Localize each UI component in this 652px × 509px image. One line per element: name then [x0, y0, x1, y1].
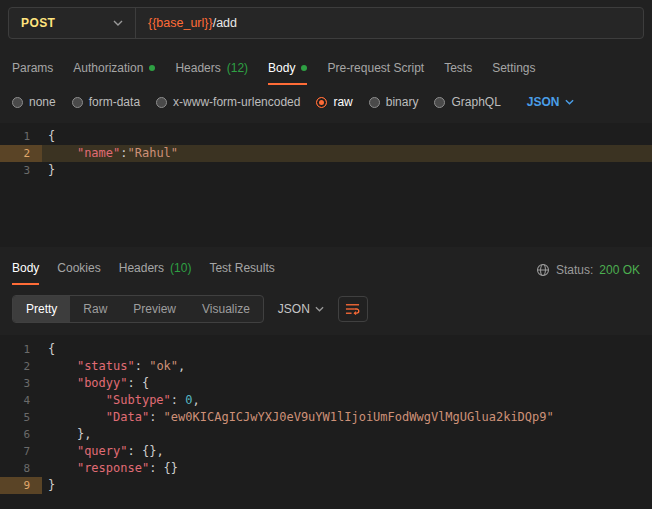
wrap-lines-button[interactable]	[338, 296, 368, 322]
raw-language-dropdown[interactable]: JSON	[527, 95, 574, 109]
code-text: },	[42, 426, 91, 443]
code-line: 2 "status": "ok",	[0, 358, 652, 375]
token: }	[48, 478, 55, 492]
token: "Data"	[106, 410, 149, 424]
code-line: 8 "response": {}	[0, 460, 652, 477]
body-mode-x-www-form-urlencoded[interactable]: x-www-form-urlencoded	[156, 95, 300, 109]
code-text: }	[42, 162, 55, 179]
response-tab-test-results[interactable]: Test Results	[209, 261, 274, 285]
body-mode-row: noneform-datax-www-form-urlencodedrawbin…	[0, 85, 652, 123]
token	[48, 359, 77, 373]
token	[48, 410, 106, 424]
tab-label: Test Results	[209, 261, 274, 275]
code-line: 1{	[0, 128, 652, 145]
code-line: 5 "Data": "ew0KICAgICJwYXJ0eV9uYW1lIjoiU…	[0, 409, 652, 426]
request-tabs: ParamsAuthorizationHeaders(12)BodyPre-re…	[0, 46, 652, 85]
response-language-dropdown[interactable]: JSON	[278, 302, 324, 316]
body-mode-form-data[interactable]: form-data	[72, 95, 140, 109]
token	[48, 427, 77, 441]
token: "Subtype"	[106, 393, 171, 407]
response-view-row: PrettyRawPreviewVisualize JSON	[0, 285, 652, 335]
response-tab-cookies[interactable]: Cookies	[57, 261, 100, 285]
response-tabs: BodyCookiesHeaders(10)Test Results	[12, 261, 275, 285]
tab-label: Params	[12, 61, 53, 75]
token: }	[48, 163, 55, 177]
token: : {	[127, 376, 149, 390]
code-text: "bodyy": {	[42, 375, 149, 392]
response-header: BodyCookiesHeaders(10)Test Results Statu…	[0, 247, 652, 285]
url-text: {{base_url}}/add	[148, 16, 237, 30]
view-tab-preview[interactable]: Preview	[120, 296, 189, 322]
response-status: Status: 200 OK	[536, 261, 640, 277]
status-badge[interactable]: 200 OK	[599, 263, 640, 277]
token: "bodyy"	[77, 376, 128, 390]
code-text: "Subtype": 0,	[42, 392, 200, 409]
request-body-editor[interactable]: 1{2 "name":"Rahul"3}	[0, 123, 652, 247]
token	[48, 146, 77, 160]
body-mode-raw[interactable]: raw	[316, 95, 352, 109]
line-number: 3	[0, 162, 42, 179]
radio-binary	[369, 97, 380, 108]
response-view-tabs: PrettyRawPreviewVisualize	[12, 295, 264, 323]
tab-settings[interactable]: Settings	[492, 61, 535, 85]
code-line: 3}	[0, 162, 652, 179]
token: :	[171, 393, 185, 407]
response-tab-headers[interactable]: Headers(10)	[119, 261, 192, 285]
method-dropdown[interactable]: POST	[9, 8, 136, 38]
body-mode-graphql[interactable]: GraphQL	[434, 95, 500, 109]
token: :	[127, 444, 141, 458]
code-line: 3 "bodyy": {	[0, 375, 652, 392]
token: ,	[193, 393, 200, 407]
response-body-editor[interactable]: 1{2 "status": "ok",3 "bodyy": {4 "Subtyp…	[0, 335, 652, 509]
code-text: "status": "ok",	[42, 358, 185, 375]
tab-count: (10)	[170, 261, 191, 275]
code-text: "query": {},	[42, 443, 164, 460]
view-tab-pretty[interactable]: Pretty	[13, 296, 70, 322]
chevron-down-icon	[315, 306, 324, 312]
line-number: 1	[0, 128, 42, 145]
tab-body[interactable]: Body	[268, 61, 307, 85]
token: "ew0KICAgICJwYXJ0eV9uYW1lIjoiUmFodWwgVlM…	[164, 410, 554, 424]
body-mode-none[interactable]: none	[12, 95, 56, 109]
radio-form-data	[72, 97, 83, 108]
tab-tests[interactable]: Tests	[444, 61, 472, 85]
body-mode-binary[interactable]: binary	[369, 95, 419, 109]
tab-authorization[interactable]: Authorization	[73, 61, 155, 85]
line-number: 6	[0, 426, 42, 443]
request-url-bar: POST {{base_url}}/add	[0, 0, 652, 46]
tab-params[interactable]: Params	[12, 61, 53, 85]
tab-headers[interactable]: Headers(12)	[175, 61, 248, 85]
postman-request-view: POST {{base_url}}/add ParamsAuthorizatio…	[0, 0, 652, 509]
radio-raw	[316, 97, 327, 108]
mode-label: binary	[386, 95, 419, 109]
body-modes: noneform-datax-www-form-urlencodedrawbin…	[12, 95, 501, 109]
mode-label: GraphQL	[451, 95, 500, 109]
code-line: 1{	[0, 341, 652, 358]
line-number: 5	[0, 409, 42, 426]
mode-label: x-www-form-urlencoded	[173, 95, 300, 109]
token: "Rahul"	[128, 146, 179, 160]
line-number: 3	[0, 375, 42, 392]
tab-pre-request-script[interactable]: Pre-request Script	[327, 61, 424, 85]
token: :	[149, 461, 163, 475]
response-tab-body[interactable]: Body	[12, 261, 39, 285]
mode-label: form-data	[89, 95, 140, 109]
url-input[interactable]: {{base_url}}/add	[136, 8, 643, 38]
chevron-down-icon	[113, 20, 123, 26]
token: :	[149, 410, 163, 424]
radio-x-www-form-urlencoded	[156, 97, 167, 108]
view-tab-raw[interactable]: Raw	[70, 296, 120, 322]
view-tab-visualize[interactable]: Visualize	[189, 296, 263, 322]
token	[48, 461, 77, 475]
line-number: 4	[0, 392, 42, 409]
code-text: "response": {}	[42, 460, 178, 477]
code-line: 4 "Subtype": 0,	[0, 392, 652, 409]
code-text: "name":"Rahul"	[42, 145, 178, 162]
token: 0	[185, 393, 192, 407]
token: "response"	[77, 461, 149, 475]
line-number: 2	[0, 145, 42, 162]
token: {	[48, 342, 55, 356]
tab-label: Authorization	[73, 61, 143, 75]
code-line: 6 },	[0, 426, 652, 443]
token	[48, 393, 106, 407]
